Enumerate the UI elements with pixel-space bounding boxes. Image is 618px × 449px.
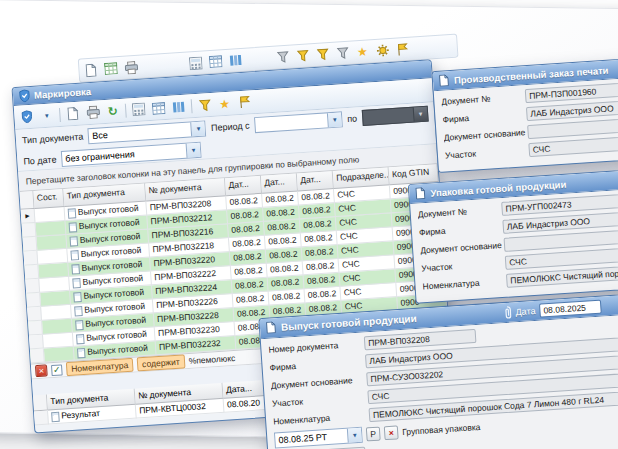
export-table-button[interactable] [101,58,121,78]
table-view-button[interactable] [149,98,169,118]
spec-date-combo[interactable]: 08.08.25 РТ ▼ [274,427,363,449]
row-marker [30,349,45,364]
document-icon [68,208,77,219]
period-from-label: Период с [211,121,250,134]
clear-small-button[interactable]: × [384,425,399,440]
field-label: Документ основание [443,127,527,143]
field-value[interactable] [527,117,618,139]
print-button[interactable] [121,57,141,77]
favorites-button[interactable]: ★ [352,42,372,62]
toolbar-separator [59,108,61,122]
columns-icon [172,100,186,113]
filter-button[interactable] [194,95,214,115]
paperclip-icon[interactable] [503,305,512,319]
document-icon [85,63,97,77]
row-marker [25,279,40,294]
print-button[interactable] [83,102,103,122]
edit-marking-button[interactable] [17,107,37,127]
document-icon [266,321,278,335]
date-label: Дата [515,305,536,316]
toolbar-separator [191,99,193,113]
flag-button[interactable] [392,39,412,59]
print-order-window: Производственный заказ печати Документ №… [431,57,618,173]
row-marker [34,410,49,425]
shield-edit-icon [21,110,33,124]
field-label: Участок [272,392,368,408]
toolbar-separator [125,103,127,117]
row-marker [29,335,44,350]
field-value[interactable]: ПРМ-ПЗП001960 [525,81,618,103]
filter-close-button[interactable]: × [35,364,48,377]
calculator-icon [132,102,146,116]
period-from-combo[interactable]: ▼ [254,111,343,133]
column-header-status[interactable]: Сост. [33,189,64,209]
shield-icon [19,89,31,103]
print-order-form: Документ № ПРМ-ПЗП001960 Фирма ЛАБ Индас… [434,77,618,167]
filter-clear-button[interactable] [332,43,352,63]
document-icon [77,347,86,358]
chevron-down-icon: ▼ [332,117,338,123]
chevron-down-icon: ▼ [417,111,423,117]
row-marker [22,223,37,238]
columns-icon [229,54,243,67]
data-grid-button[interactable] [206,51,226,71]
flag-icon [396,42,409,56]
table-icon [152,102,166,115]
row-marker: ▸ [21,209,36,224]
document-icon [73,292,82,303]
field-value[interactable]: СЧС [528,135,618,157]
chevron-down-icon: ▼ [44,112,50,118]
date-field[interactable]: 08.08.2025 [539,299,602,317]
windows-layer: ★ Маркировка ▼ ↻ ★ Тип документа [0,0,618,449]
by-date-label: По дате [23,154,57,166]
field-label: Документ № [417,204,501,220]
filter-enabled-checkbox[interactable]: ✓ [51,364,63,376]
funnel-yellow-icon [316,48,329,61]
new-document-button[interactable] [81,60,101,80]
header-gutter [19,191,34,210]
field-label: Фирма [442,109,526,125]
refresh-button[interactable]: ↻ [103,101,123,121]
field-label: Фирма [419,222,503,238]
print-small-button[interactable]: Р [366,427,381,442]
row-marker [26,293,41,308]
columns-view-button[interactable] [169,97,189,117]
group-packing-label: Групповая упаковка [402,422,481,437]
field-label: Участок [445,145,529,161]
filter-value-text[interactable]: %пемолюкс [188,353,235,366]
actions-dropdown-button[interactable]: ▼ [37,105,57,125]
printer-icon [124,60,139,74]
header-gutter [33,395,48,412]
calculator-button[interactable] [129,99,149,119]
period-to-combo[interactable]: ▼ [362,106,429,126]
filter-favorite-button[interactable] [292,46,312,66]
row-marker [27,307,42,322]
document-icon [415,186,427,200]
release-window: Выпуск готовой продукции Дата 08.08.2025… [258,293,618,449]
field-label: Документ основание [271,374,367,390]
document-icon [72,278,81,289]
printer-icon [85,105,100,119]
packing-form: Документ № ПРМ-УГП002473 Фирма ЛАБ Индас… [410,188,618,298]
row-marker [24,265,39,280]
new-document-button[interactable] [63,104,83,124]
funnel-gray-icon [336,47,349,60]
table-icon [209,55,223,68]
filter-apply-button[interactable] [312,44,332,64]
columns-view-button[interactable] [226,50,246,70]
document-icon [74,305,83,316]
calculator-button[interactable] [186,53,206,73]
field-value[interactable]: ЛАБ Индастриз ООО [526,99,618,121]
field-label: Номер документа [268,338,364,354]
document-icon [69,236,78,247]
funnel-gray-icon [276,51,289,64]
favorites-button[interactable]: ★ [214,93,234,113]
document-icon [67,107,79,121]
settings-button[interactable] [372,40,392,60]
document-icon [71,264,80,275]
doc-type-label: Тип документа [22,132,84,146]
flag-button[interactable] [234,92,254,112]
refresh-icon: ↻ [107,105,118,118]
table-green-icon [104,62,118,75]
filter-button[interactable] [272,47,292,67]
